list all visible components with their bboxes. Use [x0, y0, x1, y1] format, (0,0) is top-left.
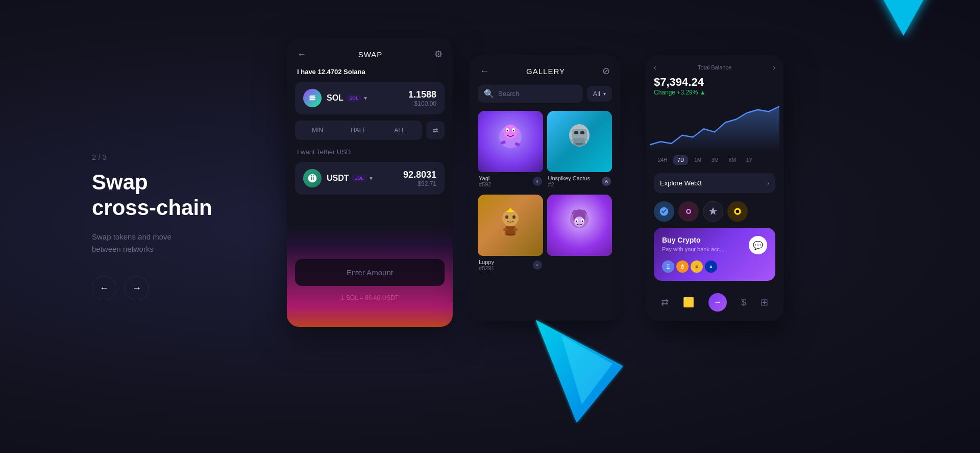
swap-card: ← SWAP ⚙ I have 12.4702 Solana SOL SOL ▾… [287, 38, 453, 327]
svg-point-17 [512, 216, 516, 219]
svg-rect-14 [584, 139, 589, 141]
buy-crypto-card[interactable]: Buy Crypto Pay with your bank acc... 💬 Ξ… [654, 228, 775, 281]
rate-display: 1 SOL = 86.46 USDT [287, 294, 453, 301]
min-button[interactable]: MIN [297, 123, 338, 138]
svg-rect-13 [570, 139, 574, 141]
bottom-nav: ⇄ 🟨 → $ ⊞ [646, 287, 783, 318]
to-symbol: USDT [327, 174, 349, 183]
dapp-item-3[interactable] [703, 201, 723, 222]
buy-crypto-title: Buy Crypto [662, 236, 724, 244]
filter-dropdown[interactable]: All ▾ [587, 86, 612, 102]
nft-grid: Yagi #592 ⬇ [470, 111, 620, 274]
from-usd: $100.00 [408, 100, 436, 107]
page-counter: 2 / 3 [92, 153, 212, 161]
nft-3-number: #8291 [479, 265, 495, 271]
from-token-row[interactable]: SOL SOL ▾ 1.1588 $100.00 [295, 82, 445, 114]
svg-rect-10 [574, 131, 578, 134]
balance-next-button[interactable]: › [773, 63, 775, 71]
svg-rect-19 [503, 228, 507, 231]
svg-point-16 [505, 216, 508, 219]
svg-point-5 [512, 130, 514, 131]
nav-dollar-icon[interactable]: $ [741, 297, 746, 308]
svg-rect-11 [580, 131, 584, 134]
time-3m[interactable]: 3M [707, 155, 723, 165]
buy-crypto-chat-icon: 💬 [749, 236, 767, 254]
ada-icon: A [705, 260, 717, 273]
usdt-icon [303, 169, 322, 187]
subtitle: Swap tokens and move between networks [92, 231, 194, 255]
search-wrapper[interactable]: 🔍 Search [478, 85, 583, 103]
svg-point-26 [576, 221, 577, 222]
settings-button[interactable]: ⚙ [434, 49, 443, 60]
gallery-action-button[interactable]: ⊘ [602, 65, 610, 77]
dapp-icons-row [646, 197, 783, 228]
svg-rect-18 [505, 226, 516, 235]
nft-item-3[interactable]: Luppy #8291 ≡ [478, 195, 543, 274]
blue-triangle-decoration [521, 315, 633, 427]
main-title: Swap cross-chain [92, 170, 212, 221]
gallery-back-button[interactable]: ← [480, 66, 489, 77]
nft-1-number: #592 [479, 181, 491, 187]
dapp-uniswap[interactable] [654, 201, 674, 222]
nft-1-badge: ⬇ [533, 177, 542, 186]
nft-item-1[interactable]: Yagi #592 ⬇ [478, 111, 543, 190]
balance-amount: $7,394.24 [646, 76, 783, 89]
to-usd: $92.71 [403, 180, 436, 187]
nft-2-image [564, 120, 595, 163]
search-icon: 🔍 [484, 89, 494, 99]
bnb-icon: ≡ [691, 260, 703, 273]
search-bar: 🔍 Search All ▾ [478, 85, 612, 103]
swap-title: SWAP [358, 50, 383, 59]
nav-swap-icon[interactable]: ⇄ [661, 297, 669, 308]
eth-icon: Ξ [662, 260, 674, 273]
nft-1-name: Yagi [479, 175, 491, 181]
all-button[interactable]: ALL [379, 123, 420, 138]
next-button[interactable]: → [125, 276, 149, 300]
svg-point-27 [582, 221, 583, 222]
time-1m[interactable]: 1M [690, 155, 705, 165]
svg-point-31 [736, 210, 740, 213]
time-filters: 24H 7D 1M 3M 6M 1Y [646, 151, 783, 169]
nav-buttons: ← → [92, 276, 212, 300]
time-7d[interactable]: 7D [673, 155, 688, 165]
balance-card: ‹ Total Balance › $7,394.24 Change +3.29… [646, 55, 783, 321]
to-amount: 92.8031 [403, 170, 436, 180]
swap-direction-button[interactable]: ⇄ [426, 121, 445, 139]
nft-item-2[interactable]: Unspikey Cactus #2 A [547, 111, 612, 190]
prev-button[interactable]: ← [92, 276, 116, 300]
nft-3-name: Luppy [479, 259, 495, 265]
swap-header: ← SWAP ⚙ [287, 38, 453, 68]
time-6m[interactable]: 6M [725, 155, 740, 165]
nft-item-4[interactable] [547, 195, 612, 274]
balance-prev-button[interactable]: ‹ [654, 63, 656, 71]
balance-header: ‹ Total Balance › [646, 55, 783, 76]
nav-grid-icon[interactable]: ⊞ [761, 297, 768, 308]
nft-2-name: Unspikey Cactus [548, 175, 591, 181]
want-text: I want Tether USD [287, 148, 453, 162]
buy-crypto-sub: Pay with your bank acc... [662, 246, 724, 252]
nft-4-image [564, 204, 595, 247]
decoration-triangle-top [878, 0, 929, 36]
explore-arrow-icon: › [767, 180, 769, 187]
explore-web3-item[interactable]: Explore Web3 › [654, 173, 775, 193]
crypto-icons: Ξ ₿ ≡ A [662, 260, 767, 273]
nav-transfer-button[interactable]: → [708, 293, 727, 312]
search-placeholder: Search [498, 90, 519, 98]
sol-icon [303, 89, 322, 107]
svg-point-1 [503, 125, 518, 139]
from-amount: 1.1588 [408, 89, 436, 100]
dapp-item-4[interactable] [727, 201, 748, 222]
swap-options: MIN HALF ALL ⇄ [295, 121, 445, 140]
half-button[interactable]: HALF [338, 123, 379, 138]
enter-amount-button[interactable]: Enter Amount [295, 259, 445, 286]
balance-display: I have 12.4702 Solana [287, 68, 453, 82]
nav-card-icon[interactable]: 🟨 [683, 297, 694, 308]
time-1y[interactable]: 1Y [742, 155, 756, 165]
btc-icon: ₿ [676, 260, 689, 273]
to-token-row[interactable]: USDT SOL ▾ 92.8031 $92.71 [295, 162, 445, 195]
left-section: 2 / 3 Swap cross-chain Swap tokens and m… [92, 153, 212, 301]
dapp-item-2[interactable] [678, 201, 699, 222]
back-button[interactable]: ← [297, 49, 306, 60]
nft-3-image [495, 204, 526, 247]
time-24h[interactable]: 24H [654, 155, 671, 165]
